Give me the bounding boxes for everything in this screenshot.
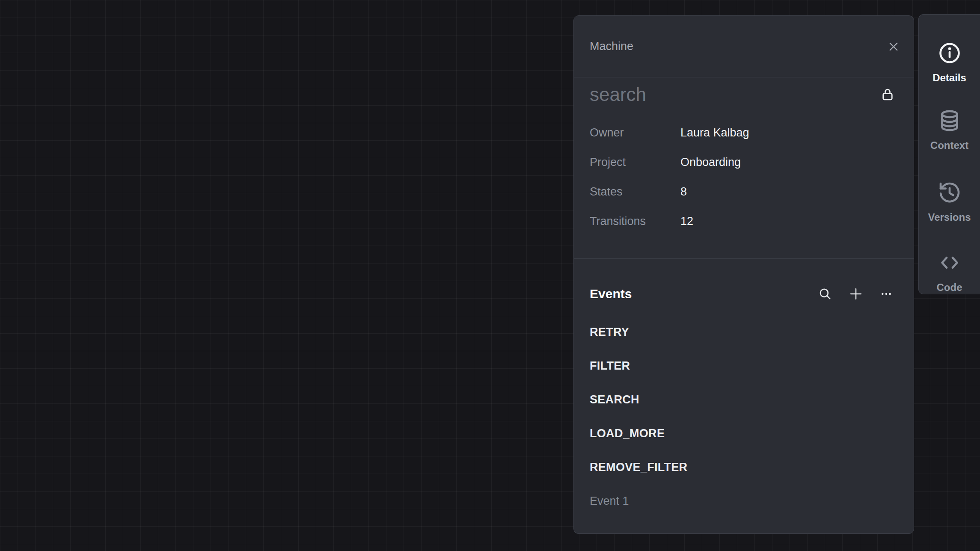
event-item[interactable]: RETRY <box>590 325 898 339</box>
meta-row-states: States 8 <box>590 184 898 199</box>
meta-label: Owner <box>590 125 680 140</box>
events-list: RETRY FILTER SEARCH LOAD_MORE REMOVE_FIL… <box>574 302 914 508</box>
panel-header: Machine <box>574 16 914 77</box>
close-icon <box>886 39 901 54</box>
meta-row-owner: Owner Laura Kalbag <box>590 125 898 140</box>
panel-title: Machine <box>590 40 633 53</box>
meta-value: 8 <box>680 184 687 199</box>
machine-panel: Machine search Owner Laura Kalbag <box>573 15 914 534</box>
ellipsis-icon <box>879 287 893 301</box>
event-item[interactable]: FILTER <box>590 358 898 373</box>
sidebar-item-versions[interactable]: Versions <box>919 181 980 223</box>
lock-button[interactable] <box>879 86 896 103</box>
event-item[interactable]: Event 1 <box>590 494 898 508</box>
event-item[interactable]: SEARCH <box>590 392 898 407</box>
sidebar-item-label: Versions <box>928 211 971 223</box>
machine-name[interactable]: search <box>590 83 646 106</box>
machine-meta: Owner Laura Kalbag Project Onboarding St… <box>574 106 914 228</box>
right-sidebar: Details Context Versions <box>918 14 980 294</box>
meta-value: 12 <box>680 214 693 228</box>
meta-value: Onboarding <box>680 155 741 169</box>
machine-name-row: search <box>574 77 914 106</box>
meta-label: Project <box>590 155 680 169</box>
event-item[interactable]: REMOVE_FILTER <box>590 460 898 474</box>
database-icon <box>938 109 962 133</box>
sidebar-item-details[interactable]: Details <box>919 41 980 84</box>
events-menu-button[interactable] <box>879 287 893 301</box>
sidebar-item-label: Details <box>932 72 966 84</box>
sidebar-item-context[interactable]: Context <box>919 109 980 151</box>
search-events-button[interactable] <box>818 287 832 301</box>
meta-row-transitions: Transitions 12 <box>590 214 898 228</box>
code-icon <box>938 251 962 275</box>
sidebar-item-label: Code <box>937 281 962 293</box>
plus-icon <box>848 286 864 302</box>
meta-row-project: Project Onboarding <box>590 155 898 169</box>
events-toolbar <box>818 286 893 302</box>
meta-value: Laura Kalbag <box>680 125 749 140</box>
close-button[interactable] <box>886 39 901 54</box>
info-icon <box>938 41 962 65</box>
sidebar-item-label: Context <box>930 139 968 151</box>
meta-label: Transitions <box>590 214 680 228</box>
search-icon <box>818 287 832 301</box>
event-item[interactable]: LOAD_MORE <box>590 426 898 441</box>
sidebar-item-code[interactable]: Code <box>919 251 980 293</box>
section-divider <box>574 258 914 259</box>
history-icon <box>938 181 962 204</box>
events-title: Events <box>590 286 632 302</box>
events-header: Events <box>574 286 914 302</box>
lock-icon <box>879 86 896 103</box>
meta-label: States <box>590 184 680 199</box>
add-event-button[interactable] <box>848 286 864 302</box>
